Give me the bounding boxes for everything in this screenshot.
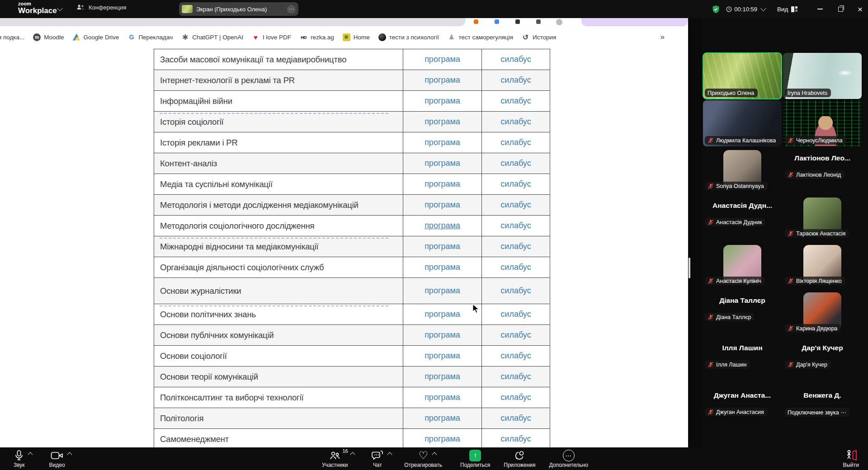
- bookmark-item[interactable]: rezka.ag: [300, 33, 334, 41]
- program-link[interactable]: програма: [425, 372, 460, 381]
- participant-tile[interactable]: Діана Таллєр Діана Таллєр: [703, 290, 782, 336]
- syllabus-link[interactable]: силабус: [500, 200, 531, 209]
- scrollbar-thumb[interactable]: [689, 258, 690, 278]
- syllabus-link[interactable]: силабус: [500, 159, 531, 168]
- view-layout-icon[interactable]: [791, 6, 797, 12]
- program-link[interactable]: програма: [425, 330, 460, 339]
- participant-tile[interactable]: Джуган Анаста... Джуган Анастасия: [703, 385, 782, 431]
- program-link[interactable]: програма: [425, 179, 460, 188]
- more-button[interactable]: ⋯ Дополнительно: [549, 447, 588, 470]
- syllabus-link[interactable]: силабус: [500, 330, 531, 339]
- program-link[interactable]: програма: [425, 75, 460, 85]
- apps-button[interactable]: Приложения: [504, 447, 535, 470]
- leave-button[interactable]: Выйти: [843, 447, 859, 470]
- program-link[interactable]: програма: [425, 117, 460, 126]
- share-screen-button[interactable]: ↑ Поделиться: [460, 447, 490, 470]
- syllabus-link[interactable]: силабус: [500, 414, 531, 423]
- view-button[interactable]: Вид: [777, 6, 788, 13]
- extension-icon[interactable]: [515, 19, 520, 24]
- tab-screen-share[interactable]: Экран (Приходько Олена) ⋯: [179, 2, 298, 16]
- program-link[interactable]: програма: [425, 263, 460, 272]
- timer-chevron-icon[interactable]: [760, 5, 766, 11]
- syllabus-link[interactable]: силабус: [500, 310, 531, 319]
- syllabus-link[interactable]: силабус: [500, 75, 531, 85]
- video-menu-chevron-icon[interactable]: [67, 452, 72, 457]
- workspace-menu-chevron-icon[interactable]: [57, 5, 63, 11]
- program-link[interactable]: програма: [425, 434, 460, 443]
- participant-display-name: Ілля Лашин: [705, 344, 780, 352]
- participant-tile[interactable]: Sonya Ostannyaya: [703, 148, 782, 194]
- restore-button[interactable]: [838, 7, 843, 12]
- participant-tile[interactable]: Анастасія Кулініч: [703, 243, 782, 289]
- bookmark-item[interactable]: История: [522, 33, 556, 41]
- camera-icon: [51, 451, 63, 460]
- bookmark-item[interactable]: I love PDF: [252, 33, 291, 41]
- chat-menu-chevron-icon[interactable]: [387, 452, 392, 457]
- syllabus-link[interactable]: силабус: [500, 434, 531, 443]
- security-shield-icon[interactable]: [712, 5, 720, 14]
- bookmarks-overflow-chevron[interactable]: »: [660, 33, 665, 42]
- participant-tile[interactable]: Карина Дядюра: [783, 290, 862, 336]
- audio-button[interactable]: Звук: [14, 447, 25, 470]
- close-button[interactable]: ×: [858, 5, 863, 14]
- syllabus-link[interactable]: силабус: [500, 263, 531, 272]
- syllabus-link[interactable]: силабус: [500, 351, 531, 360]
- bookmark-item[interactable]: ChatGPT | OpenAI: [181, 33, 243, 41]
- participant-tile[interactable]: ЧерноусЛюдмила: [783, 100, 862, 146]
- extension-icon[interactable]: [536, 19, 541, 24]
- program-link[interactable]: програма: [425, 96, 460, 105]
- program-link[interactable]: програма: [425, 55, 460, 64]
- audio-menu-chevron-icon[interactable]: [28, 452, 33, 457]
- bookmark-item[interactable]: Home: [343, 33, 370, 41]
- participant-tile[interactable]: Лактіонов Лео... Лактіонов Леонід: [783, 148, 862, 194]
- program-link[interactable]: програма: [425, 351, 460, 360]
- browser-profile-avatar[interactable]: [556, 19, 562, 25]
- extension-icon[interactable]: [474, 19, 478, 24]
- bookmark-item[interactable]: ля подка...: [0, 34, 24, 41]
- program-link[interactable]: програма: [425, 159, 460, 168]
- participants-button[interactable]: 16 Участники: [322, 447, 348, 470]
- participant-tile[interactable]: Тарасюк Анастасія: [783, 195, 862, 241]
- program-link[interactable]: програма: [425, 242, 460, 251]
- participant-display-name: Діана Таллєр: [705, 296, 780, 305]
- program-link[interactable]: програма: [425, 221, 460, 230]
- participant-tile[interactable]: Анастасія Дудн... Анастасія Дудник: [703, 195, 782, 241]
- participants-menu-chevron-icon[interactable]: [350, 452, 355, 457]
- syllabus-link[interactable]: силабус: [500, 393, 531, 402]
- bookmark-item[interactable]: тест саморегуляція: [448, 33, 513, 41]
- bookmark-item[interactable]: Перекладач: [127, 33, 173, 41]
- program-link[interactable]: програма: [425, 286, 460, 295]
- program-link[interactable]: програма: [425, 414, 460, 423]
- react-button[interactable]: ♡ Отреагировать: [404, 447, 442, 470]
- syllabus-link[interactable]: силабус: [500, 179, 531, 188]
- program-link[interactable]: програма: [425, 310, 460, 319]
- syllabus-link[interactable]: силабус: [500, 55, 531, 64]
- bookmark-item[interactable]: тести з психології: [378, 33, 439, 41]
- video-button[interactable]: Видео: [49, 447, 65, 470]
- program-link[interactable]: програма: [425, 393, 460, 402]
- extension-icon[interactable]: [495, 19, 499, 24]
- participant-tile[interactable]: Дар'я Кучер Дар'я Кучер: [783, 338, 862, 384]
- chat-button[interactable]: Чат: [371, 447, 383, 470]
- syllabus-link[interactable]: силабус: [500, 221, 531, 230]
- syllabus-link[interactable]: силабус: [500, 117, 531, 126]
- syllabus-link[interactable]: силабус: [500, 138, 531, 147]
- participant-tile[interactable]: Ілля Лашин Ілля Лашин: [703, 338, 782, 384]
- tab-options-icon[interactable]: ⋯: [287, 5, 296, 14]
- program-link[interactable]: програма: [425, 200, 460, 209]
- participant-tile[interactable]: Венжега Д. Подключение звука ⋯: [783, 385, 862, 431]
- syllabus-link[interactable]: силабус: [500, 242, 531, 251]
- syllabus-link[interactable]: силабус: [500, 96, 531, 105]
- bookmark-item[interactable]: Moodle: [33, 33, 64, 41]
- react-menu-chevron-icon[interactable]: [432, 452, 437, 457]
- bookmark-item[interactable]: Google Drive: [73, 33, 119, 41]
- tab-meeting[interactable]: Конференция: [76, 4, 126, 11]
- participant-tile[interactable]: Приходько Олена: [703, 53, 782, 99]
- program-link[interactable]: програма: [425, 138, 460, 147]
- participant-tile[interactable]: Iryna Hrabovets: [783, 53, 862, 99]
- participant-tile[interactable]: Людмила Калашнікова: [703, 100, 782, 146]
- syllabus-link[interactable]: силабус: [500, 372, 531, 381]
- participant-tile[interactable]: Вікторія Лященко: [783, 243, 862, 289]
- syllabus-link[interactable]: силабус: [500, 286, 531, 295]
- minimize-button[interactable]: [817, 9, 823, 9]
